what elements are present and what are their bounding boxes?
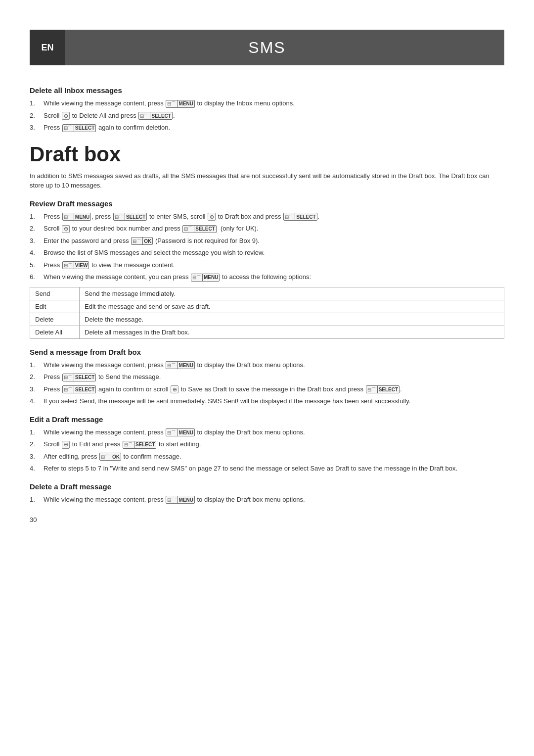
list-item: When viewing the message content, you ca… bbox=[30, 272, 504, 282]
scroll-icon: ⊕ bbox=[62, 441, 70, 449]
scroll-icon: ⊕ bbox=[171, 385, 178, 393]
en-badge: EN bbox=[30, 30, 65, 65]
table-row: Delete All Delete all messages in the Dr… bbox=[30, 326, 504, 338]
delete-inbox-steps: While viewing the message content, press… bbox=[30, 98, 504, 133]
select-button: ⊟⌒SELECT bbox=[182, 225, 216, 233]
scroll-icon: ⊕ bbox=[62, 112, 70, 120]
delete-draft-heading: Delete a Draft message bbox=[30, 482, 504, 491]
select-button: ⊟⌒SELECT bbox=[123, 441, 156, 449]
menu-button: ⊟⌒MENU bbox=[166, 361, 194, 369]
list-item: Scroll ⊕ to your desired box number and … bbox=[30, 224, 504, 234]
list-item: While viewing the message content, press… bbox=[30, 427, 504, 437]
select-button: ⊟⌒SELECT bbox=[138, 112, 172, 120]
option-description: Delete all messages in the Draft box. bbox=[80, 326, 504, 338]
scroll-icon: ⊕ bbox=[62, 225, 70, 233]
send-draft-heading: Send a message from Draft box bbox=[30, 348, 504, 356]
edit-draft-steps: While viewing the message content, press… bbox=[30, 427, 504, 473]
menu-button: ⊟⌒MENU bbox=[191, 274, 220, 282]
option-description: Edit the message and send or save as dra… bbox=[80, 300, 504, 313]
list-item: Press ⊟⌒SELECT again to confirm deletion… bbox=[30, 123, 504, 133]
option-label: Send bbox=[30, 287, 80, 300]
select-button: ⊟⌒SELECT bbox=[62, 385, 96, 393]
table-row: Send Send the message immediately. bbox=[30, 287, 504, 300]
select-button: ⊟⌒SELECT bbox=[62, 124, 96, 132]
menu-button: ⊟⌒MENU bbox=[62, 213, 91, 221]
option-label: Edit bbox=[30, 300, 80, 313]
list-item: Press ⊟⌒MENU, press ⊟⌒SELECT to enter SM… bbox=[30, 212, 504, 222]
list-item: Press ⊟⌒VIEW to view the message content… bbox=[30, 260, 504, 270]
ok-button: ⊟⌒OK bbox=[99, 453, 121, 461]
menu-button: ⊟⌒MENU bbox=[166, 428, 194, 436]
option-label: Delete bbox=[30, 313, 80, 326]
select-button: ⊟⌒SELECT bbox=[113, 213, 147, 221]
table-row: Delete Delete the message. bbox=[30, 313, 504, 326]
list-item: While viewing the message content, press… bbox=[30, 360, 504, 370]
scroll-icon: ⊕ bbox=[208, 213, 216, 221]
list-item: After editing, press ⊟⌒OK to confirm mes… bbox=[30, 452, 504, 462]
main-content: Delete all Inbox messages While viewing … bbox=[30, 65, 504, 535]
review-draft-steps: Press ⊟⌒MENU, press ⊟⌒SELECT to enter SM… bbox=[30, 212, 504, 282]
draft-box-intro: In addition to SMS messages saved as dra… bbox=[30, 171, 504, 190]
select-button: ⊟⌒SELECT bbox=[283, 213, 317, 221]
list-item: If you select Send, the message will be … bbox=[30, 396, 504, 406]
view-button: ⊟⌒VIEW bbox=[62, 261, 89, 269]
delete-draft-steps: While viewing the message content, press… bbox=[30, 495, 504, 505]
list-item: Press ⊟⌒SELECT again to confirm or scrol… bbox=[30, 384, 504, 394]
page-title: SMS bbox=[65, 39, 504, 57]
option-description: Send the message immediately. bbox=[80, 287, 504, 300]
edit-draft-heading: Edit a Draft message bbox=[30, 415, 504, 424]
list-item: Scroll ⊕ to Edit and press ⊟⌒SELECT to s… bbox=[30, 439, 504, 449]
select-button: ⊟⌒SELECT bbox=[62, 374, 96, 381]
list-item: While viewing the message content, press… bbox=[30, 495, 504, 505]
menu-button: ⊟⌒MENU bbox=[166, 496, 194, 504]
select-button: ⊟⌒SELECT bbox=[366, 385, 400, 393]
list-item: Scroll ⊕ to Delete All and press ⊟⌒SELEC… bbox=[30, 111, 504, 121]
list-item: Refer to steps 5 to 7 in "Write and send… bbox=[30, 464, 504, 473]
table-row: Edit Edit the message and send or save a… bbox=[30, 300, 504, 313]
page-number: 30 bbox=[30, 516, 504, 523]
list-item: While viewing the message content, press… bbox=[30, 98, 504, 108]
menu-button: ⊟⌒MENU bbox=[166, 100, 194, 108]
option-label: Delete All bbox=[30, 326, 80, 338]
list-item: Browse the list of SMS messages and sele… bbox=[30, 248, 504, 258]
header-bar: EN SMS bbox=[30, 30, 504, 65]
delete-inbox-heading: Delete all Inbox messages bbox=[30, 86, 504, 94]
option-description: Delete the message. bbox=[80, 313, 504, 326]
options-table: Send Send the message immediately. Edit … bbox=[30, 287, 504, 339]
send-draft-steps: While viewing the message content, press… bbox=[30, 360, 504, 406]
list-item: Enter the password and press ⊟⌒OK (Passw… bbox=[30, 236, 504, 246]
list-item: Press ⊟⌒SELECT to Send the message. bbox=[30, 372, 504, 382]
review-drafts-heading: Review Draft messages bbox=[30, 199, 504, 208]
ok-button: ⊟⌒OK bbox=[131, 237, 153, 245]
draft-box-title: Draft box bbox=[30, 142, 504, 166]
